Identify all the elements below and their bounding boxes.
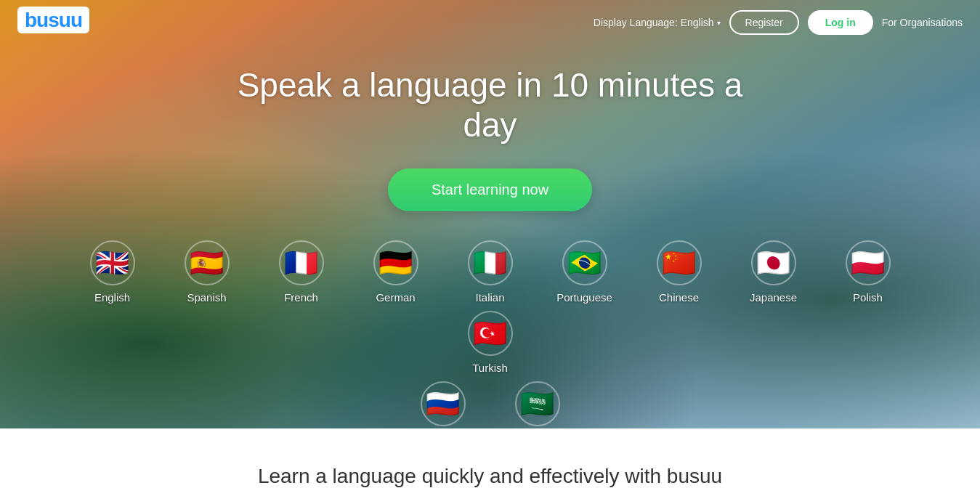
language-name-portuguese: Portuguese xyxy=(556,291,612,304)
language-flag-italian: 🇮🇹 xyxy=(468,240,513,285)
language-item-russian[interactable]: 🇷🇺Russian xyxy=(396,381,490,428)
language-name-chinese: Chinese xyxy=(659,291,699,304)
language-list: 🇬🇧English🇪🇸Spanish🇫🇷French🇩🇪German🇮🇹Ital… xyxy=(18,240,963,381)
site-header: busuu Display Language: English ▾ Regist… xyxy=(0,0,980,45)
language-flag-french: 🇫🇷 xyxy=(279,240,324,285)
language-name-french: French xyxy=(284,291,318,304)
language-flag-turkish: 🇹🇷 xyxy=(468,311,513,356)
logo-text: busuu xyxy=(17,7,89,33)
language-item-english[interactable]: 🇬🇧English xyxy=(65,240,160,304)
header-nav: Display Language: English ▾ Register Log… xyxy=(594,10,963,35)
language-name-german: German xyxy=(376,291,415,304)
language-flag-german: 🇩🇪 xyxy=(373,240,418,285)
language-name-english: English xyxy=(94,291,130,304)
chevron-down-icon: ▾ xyxy=(717,19,721,27)
language-flag-english: 🇬🇧 xyxy=(90,240,135,285)
language-item-german[interactable]: 🇩🇪German xyxy=(349,240,443,304)
language-item-french[interactable]: 🇫🇷French xyxy=(254,240,349,304)
language-item-polish[interactable]: 🇵🇱Polish xyxy=(821,240,915,304)
language-name-italian: Italian xyxy=(475,291,504,304)
display-language-selector[interactable]: Display Language: English ▾ xyxy=(594,17,721,28)
language-name-turkish: Turkish xyxy=(472,362,508,374)
language-item-chinese[interactable]: 🇨🇳Chinese xyxy=(632,240,726,304)
language-name-japanese: Japanese xyxy=(750,291,797,304)
bottom-title: Learn a language quickly and effectively… xyxy=(29,465,951,488)
language-flag-chinese: 🇨🇳 xyxy=(657,240,702,285)
language-item-turkish[interactable]: 🇹🇷Turkish xyxy=(443,311,538,374)
language-item-spanish[interactable]: 🇪🇸Spanish xyxy=(160,240,254,304)
bottom-section: Learn a language quickly and effectively… xyxy=(0,428,980,496)
language-item-japanese[interactable]: 🇯🇵Japanese xyxy=(726,240,821,304)
register-button[interactable]: Register xyxy=(729,10,799,35)
language-item-italian[interactable]: 🇮🇹Italian xyxy=(443,240,538,304)
language-item-portuguese[interactable]: 🇧🇷Portuguese xyxy=(538,240,632,304)
hero-title: Speak a language in 10 minutes a day xyxy=(222,65,759,145)
hero-content: Speak a language in 10 minutes a day Sta… xyxy=(0,0,980,428)
language-flag-portuguese: 🇧🇷 xyxy=(562,240,607,285)
language-flag-russian: 🇷🇺 xyxy=(421,381,466,426)
language-item-arabic[interactable]: 🇸🇦Arabic xyxy=(490,381,585,428)
language-list-row2: 🇷🇺Russian🇸🇦Arabic xyxy=(381,381,599,428)
logo[interactable]: busuu xyxy=(17,9,89,32)
organisations-button[interactable]: For Organisations xyxy=(882,17,963,28)
language-flag-arabic: 🇸🇦 xyxy=(515,381,560,426)
display-language-label: Display Language: English xyxy=(594,17,714,28)
language-name-polish: Polish xyxy=(853,291,883,304)
hero-section: busuu Display Language: English ▾ Regist… xyxy=(0,0,980,428)
language-flag-japanese: 🇯🇵 xyxy=(751,240,796,285)
language-flag-polish: 🇵🇱 xyxy=(846,240,891,285)
language-name-spanish: Spanish xyxy=(187,291,226,304)
login-button[interactable]: Log in xyxy=(808,10,873,35)
language-flag-spanish: 🇪🇸 xyxy=(185,240,230,285)
start-learning-button[interactable]: Start learning now xyxy=(388,168,592,211)
